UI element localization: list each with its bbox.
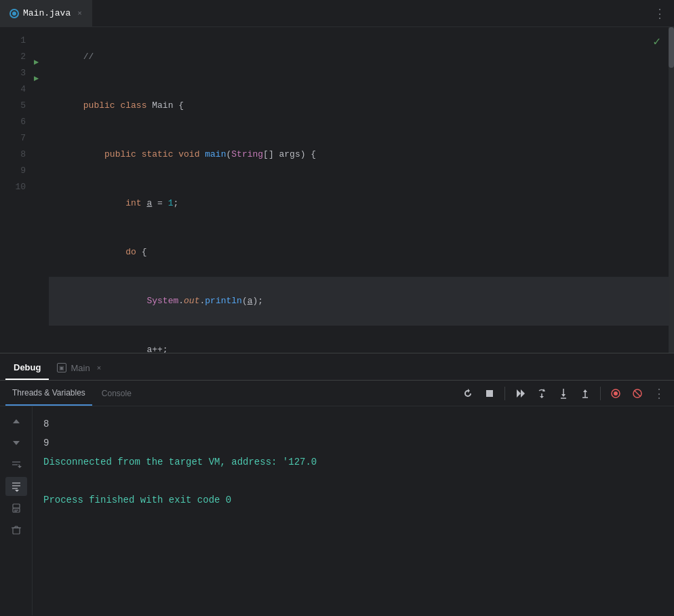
more-options-button[interactable]: ⋮ <box>650 384 669 403</box>
svg-rect-29 <box>13 528 20 534</box>
svg-marker-5 <box>540 396 544 398</box>
gutter: ▶ ▶ <box>34 27 49 353</box>
scroll-down-button[interactable] <box>5 434 27 453</box>
line-num-4: 4 <box>0 81 26 98</box>
code-line-7: a++; <box>49 326 674 353</box>
step-into-button[interactable] <box>554 384 573 403</box>
restart-icon <box>462 388 473 399</box>
mute-breakpoints-button[interactable] <box>606 384 625 403</box>
svg-marker-2 <box>521 389 525 398</box>
step-into-icon <box>558 388 569 399</box>
console-line-empty <box>43 471 663 490</box>
main-tab-close[interactable]: × <box>97 364 101 372</box>
svg-marker-1 <box>517 389 521 398</box>
java-icon-inner <box>12 12 16 16</box>
svg-marker-24 <box>15 490 19 492</box>
threads-variables-tab[interactable]: Threads & Variables <box>5 381 92 406</box>
line-num-7: 7 <box>0 130 26 147</box>
console-line-disconnected: Disconnected from the target VM, address… <box>43 453 663 471</box>
code-line-3: public static void main(String[] args) { <box>49 130 674 179</box>
resume-button[interactable] <box>511 384 530 403</box>
step-out-icon <box>580 388 591 399</box>
svg-marker-10 <box>583 389 587 392</box>
main-tab-label: Main <box>71 363 90 373</box>
svg-line-15 <box>635 391 640 396</box>
line-num-2: 2 <box>0 49 26 65</box>
down-arrow-icon <box>12 438 21 448</box>
print-icon <box>11 503 22 514</box>
scroll-end-icon <box>11 481 22 492</box>
print-button[interactable] <box>5 499 27 518</box>
threads-variables-label: Threads & Variables <box>12 388 85 398</box>
svg-rect-25 <box>13 504 20 508</box>
resume-icon <box>515 388 526 399</box>
scroll-up-button[interactable] <box>5 412 27 431</box>
soft-wrap-button[interactable] <box>5 455 27 474</box>
code-line-5: do { <box>49 228 674 277</box>
clear-breakpoints-button[interactable] <box>628 384 647 403</box>
console-line-9: 9 <box>43 434 663 453</box>
up-arrow-icon <box>12 417 21 426</box>
console-line-exit: Process finished with exit code 0 <box>43 490 663 509</box>
line-num-9: 9 <box>0 163 26 179</box>
stop-button[interactable] <box>480 384 499 403</box>
restart-debug-button[interactable] <box>458 384 477 403</box>
scroll-to-end-button[interactable] <box>5 477 27 496</box>
line-numbers: 1 2 3 4 5 6 7 8 9 10 <box>0 27 34 353</box>
tab-filename: Main.java <box>23 8 71 18</box>
tab-bar-left: Main.java × <box>0 0 92 26</box>
code-line-2: public class Main { <box>49 81 674 130</box>
svg-marker-7 <box>561 394 566 397</box>
console-sidebar <box>0 406 33 615</box>
debug-panel: Debug ▣ Main × Threads & Variables Conso… <box>0 353 674 615</box>
toolbar-row: Threads & Variables Console <box>0 381 674 406</box>
code-editor[interactable]: // public class Main { public static voi… <box>49 27 674 353</box>
more-menu-button[interactable]: ⋮ <box>654 6 674 21</box>
line-num-8: 8 <box>0 147 26 163</box>
debug-label: Debug <box>14 362 41 372</box>
svg-marker-17 <box>13 441 20 445</box>
wrap-icon <box>11 459 22 470</box>
main-tab[interactable]: ▣ Main × <box>49 355 109 380</box>
run-line-3-icon[interactable]: ▶ <box>34 71 49 87</box>
clear-breakpoints-icon <box>633 389 642 398</box>
toolbar-separator-1 <box>504 387 505 400</box>
console-output: 8 9 Disconnected from the target VM, add… <box>33 406 674 615</box>
svg-point-13 <box>614 391 618 396</box>
code-line-6: System.out.println(a); <box>49 277 674 326</box>
console-tab[interactable]: Console <box>95 381 138 406</box>
line-num-5: 5 <box>0 98 26 114</box>
step-over-button[interactable] <box>532 384 551 403</box>
svg-rect-0 <box>486 390 493 397</box>
console-label: Console <box>102 389 132 398</box>
step-out-button[interactable] <box>576 384 595 403</box>
debug-tab[interactable]: Debug <box>5 355 49 380</box>
java-icon <box>9 9 19 18</box>
console-line-8: 8 <box>43 415 663 434</box>
console-wrapper: 8 9 Disconnected from the target VM, add… <box>0 406 674 615</box>
main-java-tab[interactable]: Main.java × <box>0 0 92 26</box>
tab-bar: Main.java × ⋮ <box>0 0 674 27</box>
stop-icon <box>485 389 494 398</box>
trash-icon <box>11 524 22 535</box>
toolbar-separator-2 <box>600 387 601 400</box>
main-tab-icon: ▣ <box>57 363 66 372</box>
svg-marker-16 <box>13 419 20 423</box>
svg-marker-20 <box>18 466 22 468</box>
editor-area: 1 2 3 4 5 6 7 8 9 10 ▶ ▶ // public class… <box>0 27 674 353</box>
line-num-10: 10 <box>0 179 26 195</box>
line-num-6: 6 <box>0 114 26 130</box>
clear-console-button[interactable] <box>5 520 27 539</box>
line-num-3: 3 <box>0 65 26 81</box>
vertical-scrollbar[interactable] <box>669 27 674 353</box>
debug-tabs: Debug ▣ Main × <box>0 353 674 381</box>
run-line-2-icon[interactable]: ▶ <box>34 54 49 71</box>
tab-close-icon[interactable]: × <box>77 9 82 18</box>
code-line-4: int a = 1; <box>49 179 674 228</box>
step-over-icon <box>536 388 547 399</box>
code-line-1: // <box>49 33 674 81</box>
scrollbar-thumb[interactable] <box>669 27 674 68</box>
mute-icon <box>611 389 620 398</box>
line-num-1: 1 <box>0 33 26 49</box>
checkmark-icon: ✓ <box>653 34 660 49</box>
